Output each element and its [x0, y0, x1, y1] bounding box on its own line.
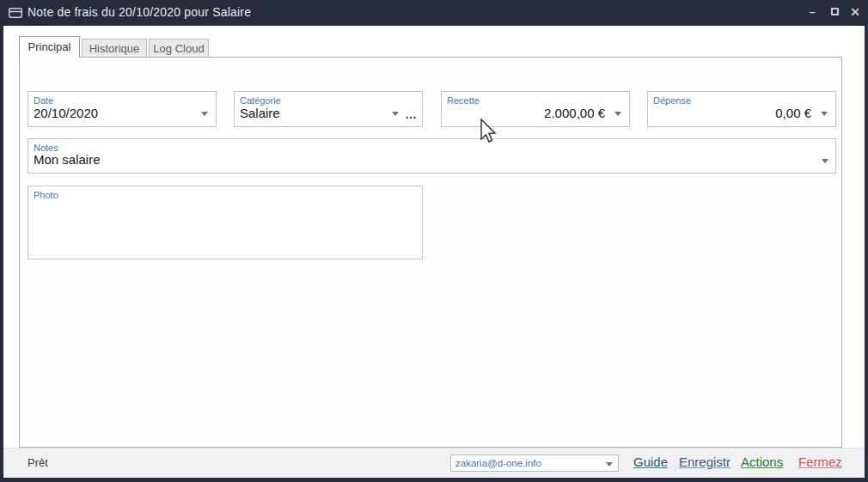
photo-label: Photo — [34, 190, 58, 200]
maximize-box — [831, 8, 839, 15]
depense-label: Dépense — [653, 95, 691, 106]
account-combobox[interactable]: zakaria@d-one.info — [450, 455, 619, 472]
recette-field[interactable]: Recette 2.000,00 € — [441, 91, 630, 127]
minimize-icon[interactable]: – — [801, 0, 823, 24]
dropdown-arrow-icon[interactable] — [821, 112, 828, 116]
date-value[interactable]: 20/10/2020 — [34, 106, 98, 120]
dropdown-arrow-icon[interactable] — [606, 462, 613, 467]
mouse-cursor-icon — [480, 119, 497, 144]
window-title: Note de frais du 20/10/2020 pour Salaire — [28, 5, 251, 19]
dropdown-arrow-icon[interactable] — [614, 112, 621, 116]
tab-log-cloud[interactable]: Log Cloud — [149, 39, 209, 58]
depense-field[interactable]: Dépense 0,00 € — [647, 91, 836, 127]
status-text: Prêt — [28, 456, 48, 469]
date-field[interactable]: Date 20/10/2020 — [28, 91, 217, 127]
form-card-icon — [9, 8, 22, 18]
client-area: Principal Historique Log Cloud Date 20/1… — [3, 26, 865, 478]
dropdown-arrow-icon[interactable] — [392, 112, 399, 116]
guide-link[interactable]: Guide — [633, 455, 668, 469]
categorie-value[interactable]: Salaire — [240, 106, 280, 120]
dropdown-arrow-icon[interactable] — [822, 159, 828, 163]
categorie-label: Catégorie — [240, 95, 281, 106]
titlebar[interactable]: Note de frais du 20/10/2020 pour Salaire… — [0, 0, 868, 26]
notes-field[interactable]: Notes Mon salaire — [28, 138, 836, 174]
actions-link[interactable]: Actions — [741, 455, 783, 469]
tabpage-principal: Date 20/10/2020 Catégorie Salaire … Rece… — [19, 57, 842, 448]
dropdown-arrow-icon[interactable] — [201, 112, 208, 116]
recette-label: Recette — [447, 95, 480, 106]
fermez-link[interactable]: Fermez — [798, 455, 842, 469]
categorie-field[interactable]: Catégorie Salaire … — [234, 91, 423, 127]
depense-value[interactable]: 0,00 € — [775, 106, 811, 120]
app-window: Note de frais du 20/10/2020 pour Salaire… — [0, 0, 868, 482]
close-icon[interactable]: ✕ — [844, 0, 866, 24]
notes-value[interactable]: Mon salaire — [34, 152, 101, 167]
account-value[interactable]: zakaria@d-one.info — [455, 458, 541, 468]
statusbar: Prêt zakaria@d-one.info Guide Enregistr … — [3, 448, 865, 478]
date-label: Date — [34, 95, 53, 106]
tab-historique[interactable]: Historique — [82, 39, 147, 58]
maximize-icon[interactable] — [823, 0, 846, 24]
ellipsis-button[interactable]: … — [405, 107, 418, 121]
photo-field[interactable]: Photo — [28, 186, 423, 259]
tab-principal[interactable]: Principal — [19, 36, 80, 58]
enregistrer-link[interactable]: Enregistr — [679, 455, 730, 469]
recette-value[interactable]: 2.000,00 € — [544, 106, 605, 120]
